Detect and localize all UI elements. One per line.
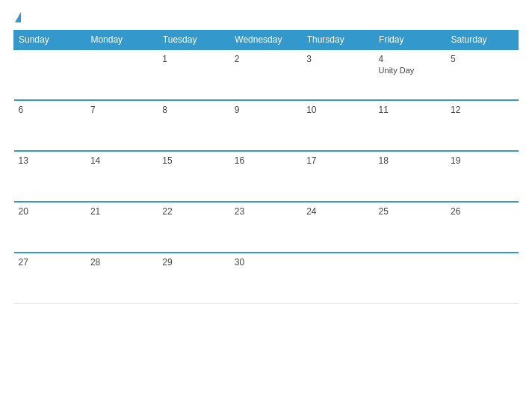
- day-number: 13: [19, 155, 81, 166]
- calendar-cell: 11: [374, 100, 446, 151]
- day-number: 24: [306, 206, 369, 217]
- day-number: 21: [90, 206, 153, 217]
- day-number: 26: [451, 206, 513, 217]
- week-row-1: 6789101112: [14, 100, 519, 151]
- day-number: 1: [162, 54, 225, 64]
- calendar-cell: 6: [14, 100, 86, 151]
- day-number: 12: [451, 105, 513, 115]
- weekday-header-sunday: Sunday: [14, 31, 86, 50]
- day-number: 10: [306, 105, 369, 115]
- calendar-cell: [446, 253, 518, 303]
- calendar-cell: 21: [86, 202, 158, 253]
- weekday-header-tuesday: Tuesday: [158, 31, 229, 50]
- day-number: 7: [90, 105, 153, 115]
- calendar-cell: 8: [158, 100, 229, 151]
- day-number: 3: [306, 54, 369, 64]
- day-number: 16: [235, 155, 297, 166]
- week-row-3: 20212223242526: [14, 202, 519, 253]
- calendar-cell: [14, 49, 86, 100]
- calendar-cell: 9: [230, 100, 302, 151]
- day-number: 8: [162, 105, 225, 115]
- day-number: 6: [19, 105, 81, 115]
- day-number: 28: [90, 257, 153, 268]
- day-number: 11: [379, 105, 442, 115]
- calendar-cell: 12: [446, 100, 518, 151]
- calendar-cell: 13: [14, 151, 86, 202]
- week-row-0: 1234Unity Day5: [14, 49, 519, 100]
- calendar-cell: 28: [86, 253, 158, 303]
- weekday-header-row: SundayMondayTuesdayWednesdayThursdayFrid…: [14, 31, 519, 50]
- day-number: 19: [451, 155, 513, 166]
- calendar-body: 1234Unity Day567891011121314151617181920…: [14, 49, 519, 303]
- calendar-cell: 2: [230, 49, 302, 100]
- calendar-cell: 19: [446, 151, 518, 202]
- calendar-cell: 3: [302, 49, 374, 100]
- calendar-cell: 30: [230, 253, 302, 303]
- day-number: 22: [162, 206, 225, 217]
- day-number: 27: [19, 257, 81, 268]
- day-number: 18: [379, 155, 442, 166]
- day-event: Unity Day: [379, 66, 442, 75]
- calendar-cell: 18: [374, 151, 446, 202]
- calendar-cell: 15: [158, 151, 229, 202]
- calendar-cell: 7: [86, 100, 158, 151]
- day-number: 5: [451, 54, 513, 64]
- day-number: 17: [306, 155, 369, 166]
- day-number: 25: [379, 206, 442, 217]
- day-number: 23: [235, 206, 297, 217]
- weekday-header-thursday: Thursday: [302, 31, 374, 50]
- calendar-cell: [374, 253, 446, 303]
- calendar-cell: 14: [86, 151, 158, 202]
- calendar-cell: 16: [230, 151, 302, 202]
- week-row-4: 27282930: [14, 253, 519, 303]
- weekday-header-monday: Monday: [86, 31, 158, 50]
- calendar-cell: 1: [158, 49, 229, 100]
- calendar-cell: 20: [14, 202, 86, 253]
- calendar-page: SundayMondayTuesdayWednesdayThursdayFrid…: [0, 0, 532, 411]
- calendar-cell: 10: [302, 100, 374, 151]
- calendar-cell: 23: [230, 202, 302, 253]
- day-number: 9: [235, 105, 297, 115]
- calendar-cell: 24: [302, 202, 374, 253]
- calendar-cell: 25: [374, 202, 446, 253]
- calendar-cell: 17: [302, 151, 374, 202]
- week-row-2: 13141516171819: [14, 151, 519, 202]
- weekday-header-saturday: Saturday: [446, 31, 518, 50]
- day-number: 15: [162, 155, 225, 166]
- logo-triangle-icon: [15, 12, 21, 22]
- day-number: 20: [19, 206, 81, 217]
- calendar-table: SundayMondayTuesdayWednesdayThursdayFrid…: [13, 30, 519, 304]
- calendar-cell: 4Unity Day: [374, 49, 446, 100]
- calendar-cell: [302, 253, 374, 303]
- calendar-cell: 29: [158, 253, 229, 303]
- logo: [13, 13, 21, 22]
- day-number: 14: [90, 155, 153, 166]
- day-number: 4: [379, 54, 442, 64]
- calendar-cell: 27: [14, 253, 86, 303]
- calendar-cell: [86, 49, 158, 100]
- header: [13, 13, 519, 22]
- day-number: 29: [162, 257, 225, 268]
- calendar-cell: 22: [158, 202, 229, 253]
- calendar-cell: 26: [446, 202, 518, 253]
- weekday-header-wednesday: Wednesday: [230, 31, 302, 50]
- weekday-header-friday: Friday: [374, 31, 446, 50]
- day-number: 2: [235, 54, 297, 64]
- calendar-cell: 5: [446, 49, 518, 100]
- day-number: 30: [235, 257, 297, 268]
- calendar-header: SundayMondayTuesdayWednesdayThursdayFrid…: [14, 31, 519, 50]
